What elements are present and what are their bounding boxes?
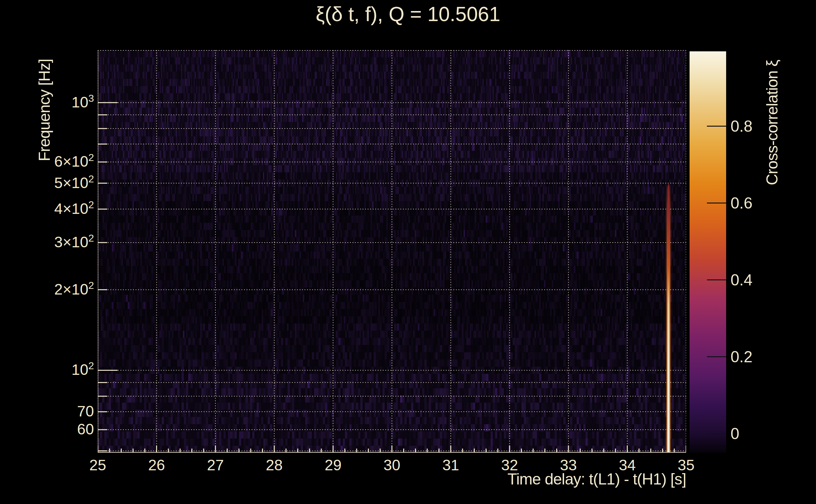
- colorbar-tick-0.8: [707, 126, 726, 127]
- x-tick-label-26: 26: [131, 457, 182, 473]
- colorbar-tick-label-0.8: 0.8: [731, 118, 753, 134]
- y-tick-label-600: 6×102: [6, 153, 94, 171]
- x-tick-label-31: 31: [426, 457, 476, 473]
- y-tick-label-400: 4×102: [6, 201, 94, 219]
- x-tick-label-28: 28: [249, 457, 300, 473]
- colorbar-tick-0: [707, 433, 726, 434]
- colorbar-title: Cross-correlation ξ: [763, 47, 781, 185]
- y-tick-label-60: 60: [6, 421, 94, 438]
- y-tick-label-100: 102: [6, 362, 94, 380]
- colorbar-tick-label-0.4: 0.4: [731, 272, 753, 288]
- x-tick-label-27: 27: [190, 457, 241, 473]
- colorbar-tick-label-0: 0: [731, 426, 739, 442]
- colorbar-tick-label-0.6: 0.6: [731, 195, 753, 211]
- colorbar-tick-label-0.2: 0.2: [731, 349, 753, 365]
- y-tick-label-1000: 103: [6, 94, 94, 112]
- x-tick-label-25: 25: [72, 457, 123, 473]
- y-tick-label-300: 3×102: [6, 234, 94, 252]
- x-axis-title: Time delay: t(L1) - t(H1) [s]: [508, 470, 686, 488]
- y-tick-label-500: 5×102: [6, 175, 94, 193]
- colorbar-tick-0.6: [707, 203, 726, 203]
- colorbar-tick-0.2: [707, 356, 726, 357]
- spectrogram-figure: ξ(δ t, f), Q = 10.5061 Frequency [Hz] 10…: [0, 0, 816, 504]
- figure-title: ξ(δ t, f), Q = 10.5061: [0, 3, 816, 26]
- y-tick-label-200: 2×102: [6, 281, 94, 299]
- colorbar-gradient: [690, 51, 726, 453]
- y-tick-label-70: 70: [6, 403, 94, 420]
- x-tick-label-30: 30: [367, 457, 417, 473]
- colorbar-tick-0.4: [707, 279, 726, 280]
- heatmap-plot-area: [98, 50, 686, 453]
- x-tick-label-29: 29: [308, 457, 358, 473]
